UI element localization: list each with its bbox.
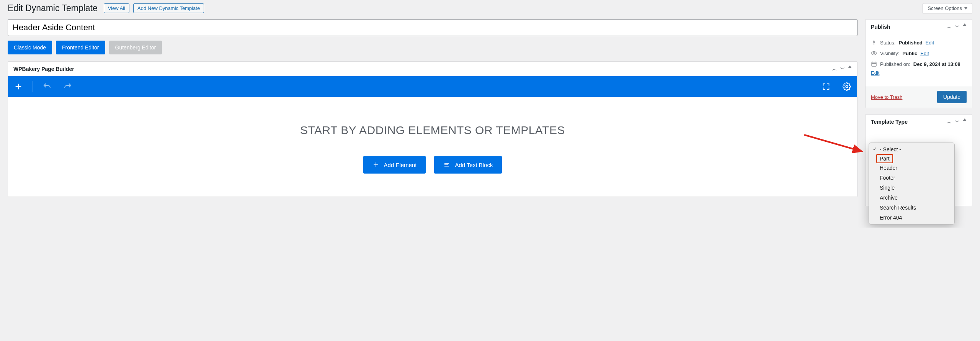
panel-collapse-icon[interactable] bbox=[848, 66, 852, 68]
visibility-label: Visibility: bbox=[880, 51, 899, 56]
add-element-label: Add Element bbox=[384, 162, 417, 168]
redo-button[interactable] bbox=[57, 76, 78, 97]
panel-down-icon[interactable]: ﹀ bbox=[840, 66, 845, 72]
template-type-option[interactable]: Footer bbox=[869, 173, 954, 183]
published-edit-link[interactable]: Edit bbox=[871, 70, 967, 76]
svg-point-2 bbox=[846, 85, 848, 88]
update-button[interactable]: Update bbox=[937, 91, 967, 103]
add-element-button[interactable]: Add Element bbox=[363, 156, 426, 174]
undo-button[interactable] bbox=[37, 76, 57, 97]
template-type-option[interactable]: Part bbox=[877, 154, 893, 163]
screen-options-button[interactable]: Screen Options bbox=[923, 3, 972, 13]
eye-icon bbox=[871, 50, 877, 56]
published-label: Published on: bbox=[880, 61, 910, 67]
svg-rect-10 bbox=[872, 62, 876, 66]
add-new-button[interactable]: Add New Dynamic Template bbox=[133, 3, 204, 13]
settings-button[interactable] bbox=[836, 76, 857, 97]
status-edit-link[interactable]: Edit bbox=[926, 40, 934, 46]
page-title: Edit Dynamic Template bbox=[8, 3, 98, 13]
panel-down-icon[interactable]: ﹀ bbox=[955, 23, 960, 30]
pin-icon bbox=[871, 39, 877, 46]
panel-down-icon[interactable]: ﹀ bbox=[955, 118, 960, 125]
visibility-edit-link[interactable]: Edit bbox=[920, 51, 929, 56]
svg-point-9 bbox=[873, 52, 875, 54]
visibility-value: Public bbox=[902, 51, 917, 56]
builder-toolbar bbox=[8, 76, 857, 97]
template-type-option[interactable]: Header bbox=[869, 163, 954, 173]
empty-canvas-headline: START BY ADDING ELEMENTS OR TEMPLATES bbox=[16, 124, 849, 137]
template-type-option[interactable]: Search Results bbox=[869, 203, 954, 213]
template-type-title: Template Type bbox=[871, 119, 908, 125]
screen-options-label: Screen Options bbox=[928, 5, 962, 11]
gutenberg-editor-button[interactable]: Gutenberg Editor bbox=[109, 41, 162, 54]
panel-collapse-icon[interactable] bbox=[963, 118, 967, 121]
template-type-option[interactable]: Archive bbox=[869, 193, 954, 203]
panel-collapse-icon[interactable] bbox=[963, 23, 967, 26]
calendar-icon bbox=[871, 61, 877, 67]
publish-panel-title: Publish bbox=[871, 24, 890, 30]
svg-point-8 bbox=[873, 41, 875, 43]
template-title-input[interactable] bbox=[8, 19, 858, 36]
add-row-button[interactable] bbox=[8, 76, 29, 97]
panel-up-icon[interactable]: ︿ bbox=[947, 23, 952, 30]
view-all-button[interactable]: View All bbox=[104, 3, 129, 13]
text-icon bbox=[443, 161, 450, 168]
add-text-block-label: Add Text Block bbox=[455, 162, 493, 168]
plus-icon bbox=[372, 161, 379, 168]
status-label: Status: bbox=[880, 40, 895, 46]
template-type-option[interactable]: - Select - bbox=[869, 144, 954, 154]
published-value: Dec 9, 2024 at 13:08 bbox=[913, 61, 960, 67]
template-type-dropdown[interactable]: - Select -PartHeaderFooterSingleArchiveS… bbox=[869, 143, 955, 225]
panel-up-icon[interactable]: ︿ bbox=[947, 118, 952, 125]
toolbar-separator bbox=[33, 81, 33, 92]
builder-panel: WPBakery Page Builder ︿ ﹀ bbox=[8, 61, 858, 197]
template-type-option[interactable]: Error 404 bbox=[869, 213, 954, 223]
status-value: Published bbox=[898, 40, 922, 46]
builder-panel-title: WPBakery Page Builder bbox=[13, 66, 74, 72]
template-type-panel: Template Type ︿ ﹀ - Select -PartHeaderFo… bbox=[865, 114, 972, 206]
template-type-option[interactable]: Single bbox=[869, 183, 954, 193]
chevron-down-icon bbox=[964, 7, 967, 10]
classic-mode-button[interactable]: Classic Mode bbox=[8, 41, 52, 54]
fullscreen-button[interactable] bbox=[816, 76, 836, 97]
add-text-block-button[interactable]: Add Text Block bbox=[434, 156, 502, 174]
publish-panel: Publish ︿ ﹀ Status: Published Edit Visib… bbox=[865, 19, 972, 108]
frontend-editor-button[interactable]: Frontend Editor bbox=[56, 41, 105, 54]
move-to-trash-link[interactable]: Move to Trash bbox=[871, 94, 902, 100]
panel-up-icon[interactable]: ︿ bbox=[832, 66, 837, 72]
